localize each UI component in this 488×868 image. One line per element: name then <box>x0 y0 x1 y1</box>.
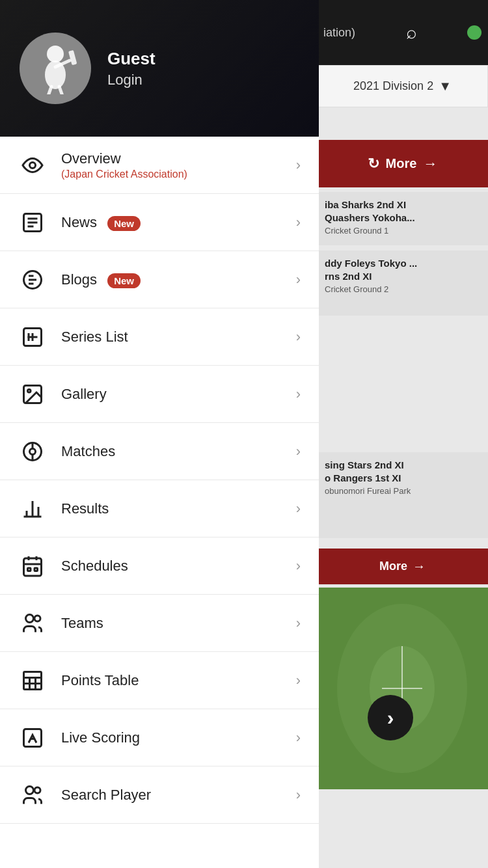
svg-point-47 <box>34 787 40 793</box>
menu-item-points-table[interactable]: Points Table › <box>0 652 319 709</box>
svg-point-38 <box>34 616 40 621</box>
menu-item-live-scoring[interactable]: Live Scoring › <box>0 709 319 766</box>
points-table-label: Points Table <box>61 672 296 689</box>
more-label-2: More <box>379 560 407 573</box>
results-icon <box>18 495 47 523</box>
chevron-right-overview: › <box>296 157 301 174</box>
svg-point-22 <box>28 389 31 392</box>
chevron-right-matches: › <box>296 443 301 460</box>
cricket-field-image <box>317 588 488 789</box>
chevron-right-schedules: › <box>296 558 301 575</box>
svg-point-37 <box>26 614 34 622</box>
match-card-3[interactable]: sing Stars 2nd XIo Rangers 1st XI obunom… <box>317 452 488 538</box>
svg-rect-35 <box>28 568 31 571</box>
chevron-down-icon: ▼ <box>439 79 452 94</box>
svg-point-24 <box>30 448 36 454</box>
gallery-label: Gallery <box>61 386 296 403</box>
svg-rect-8 <box>68 50 77 65</box>
user-login: Login <box>107 72 156 88</box>
eye-icon <box>18 151 47 180</box>
division-dropdown[interactable]: 2021 Division 2 ▼ <box>317 65 488 107</box>
chevron-right-search: › <box>296 787 301 804</box>
menu-item-schedules[interactable]: Schedules › <box>0 537 319 595</box>
chevron-right-series: › <box>296 329 301 346</box>
blogs-badge: New <box>107 273 141 288</box>
menu-item-series-list[interactable]: Series List › <box>0 308 319 366</box>
chevron-right-gallery: › <box>296 386 301 403</box>
svg-rect-31 <box>24 558 42 576</box>
svg-point-46 <box>26 786 34 794</box>
blogs-label: Blogs New <box>61 271 296 288</box>
teams-icon <box>18 609 47 638</box>
match-card-1-title: iba Sharks 2nd XIQuashers Yokoha... <box>325 198 480 224</box>
news-label: News New <box>61 214 296 231</box>
avatar <box>20 33 91 104</box>
header-partial-text: iation) <box>323 26 355 40</box>
match-card-1-venue: Cricket Ground 1 <box>325 226 480 236</box>
matches-icon <box>18 437 47 466</box>
blogs-icon <box>18 265 47 294</box>
search-player-icon <box>18 781 47 809</box>
chevron-right-results: › <box>296 500 301 517</box>
overview-label: Overview (Japan Cricket Association) <box>61 150 296 180</box>
chevron-right-blogs: › <box>296 271 301 288</box>
chevron-right-points: › <box>296 672 301 689</box>
menu-item-search-player[interactable]: Search Player › <box>0 766 319 824</box>
menu-item-news[interactable]: News New › <box>0 194 319 251</box>
chevron-right-icon: › <box>387 706 394 730</box>
live-scoring-label: Live Scoring <box>61 729 296 746</box>
live-scoring-icon <box>18 724 47 752</box>
menu-item-blogs[interactable]: Blogs New › <box>0 251 319 308</box>
svg-line-10 <box>59 87 63 94</box>
dropdown-label: 2021 Division 2 <box>353 79 433 93</box>
results-label: Results <box>61 500 296 517</box>
right-header: iation) ⌕ <box>317 0 488 65</box>
arrow-right-icon-1: → <box>423 156 437 172</box>
svg-rect-36 <box>34 568 38 571</box>
refresh-icon: ↻ <box>368 156 379 172</box>
teams-label: Teams <box>61 615 296 632</box>
more-label-1: More <box>386 156 417 171</box>
search-player-label: Search Player <box>61 787 296 804</box>
news-badge: New <box>107 216 141 231</box>
drawer-header: Guest Login <box>0 0 319 137</box>
schedules-label: Schedules <box>61 558 296 575</box>
more-button-2[interactable]: More → <box>317 549 488 584</box>
match-card-2-title: ddy Foleys Tokyo ...rns 2nd XI <box>325 257 480 282</box>
menu-item-results[interactable]: Results › <box>0 480 319 537</box>
gallery-icon <box>18 380 47 409</box>
chevron-right-live: › <box>296 729 301 746</box>
chevron-right-teams: › <box>296 615 301 632</box>
match-card-2[interactable]: ddy Foleys Tokyo ...rns 2nd XI Cricket G… <box>317 251 488 316</box>
matches-label: Matches <box>61 443 296 460</box>
schedules-icon <box>18 552 47 580</box>
menu-list: Overview (Japan Cricket Association) › N… <box>0 137 319 824</box>
svg-rect-39 <box>24 671 42 689</box>
points-table-icon <box>18 666 47 695</box>
svg-point-5 <box>47 46 64 62</box>
user-name: Guest <box>107 49 156 69</box>
series-list-icon <box>18 323 47 351</box>
menu-item-gallery[interactable]: Gallery › <box>0 366 319 423</box>
navigation-drawer: Guest Login Overview (Japan Cricket Asso… <box>0 0 319 868</box>
news-icon <box>18 208 47 237</box>
svg-line-9 <box>47 87 51 94</box>
search-icon-right[interactable]: ⌕ <box>406 22 417 43</box>
arrow-right-icon-2: → <box>413 559 426 574</box>
next-button[interactable]: › <box>368 695 413 740</box>
status-indicator <box>467 25 481 40</box>
user-info: Guest Login <box>107 49 156 88</box>
chevron-right-news: › <box>296 214 301 231</box>
match-card-3-venue: obunomori Fureai Park <box>325 486 480 496</box>
menu-item-overview[interactable]: Overview (Japan Cricket Association) › <box>0 137 319 194</box>
match-card-1[interactable]: iba Sharks 2nd XIQuashers Yokoha... Cric… <box>317 192 488 245</box>
menu-item-matches[interactable]: Matches › <box>0 423 319 480</box>
menu-item-teams[interactable]: Teams › <box>0 595 319 652</box>
more-button-top[interactable]: ↻ More → <box>317 140 488 187</box>
match-card-2-venue: Cricket Ground 2 <box>325 284 480 294</box>
match-card-3-title: sing Stars 2nd XIo Rangers 1st XI <box>325 459 480 484</box>
series-list-label: Series List <box>61 329 296 346</box>
svg-point-11 <box>30 162 36 168</box>
